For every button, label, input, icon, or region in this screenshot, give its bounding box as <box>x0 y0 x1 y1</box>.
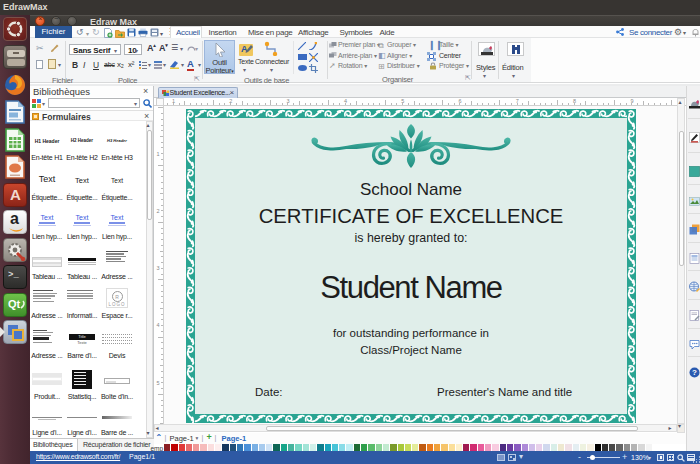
svg-text:?: ? <box>692 368 697 377</box>
